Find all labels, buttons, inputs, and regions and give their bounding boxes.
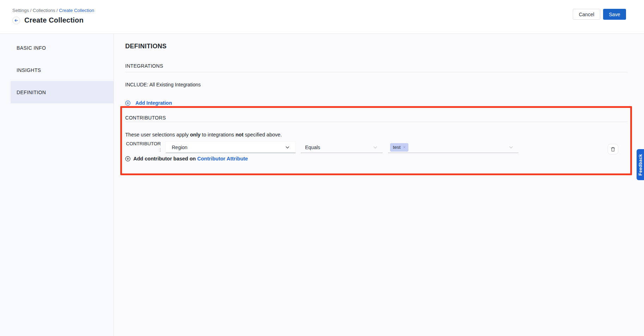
breadcrumb-separator: / (29, 8, 33, 13)
chevron-down-icon (509, 145, 514, 150)
breadcrumb-collections[interactable]: Collections (33, 8, 55, 13)
chevron-down-icon (285, 145, 290, 150)
cancel-button[interactable]: Cancel (573, 9, 600, 20)
breadcrumb-settings[interactable]: Settings (12, 8, 29, 13)
contributor-label-text: CONTRIBUTOR (125, 141, 161, 147)
contributor-rule-row: CONTRIBUTOR : Region Equals test × (125, 141, 628, 153)
chevron-down-icon (373, 145, 378, 150)
feedback-tab-label: Feedback (638, 154, 643, 176)
integrations-section-title: INTEGRATIONS (125, 63, 628, 72)
include-integrations-text: INCLUDE: All Existing Integrations (125, 82, 628, 87)
operator-select[interactable]: Equals (301, 142, 383, 153)
values-select[interactable]: test × (388, 142, 518, 153)
trash-icon (610, 147, 615, 152)
settings-sidebar: BASIC INFO INSIGHTS DEFINITION (0, 34, 114, 336)
add-contributor-row: Add contributor based on Contributor Att… (125, 156, 628, 161)
note-bold-not: not (236, 132, 244, 138)
page-header: Settings / Collections / Create Collecti… (0, 0, 644, 34)
note-text: These user selections apply (125, 132, 190, 138)
contributors-section-title: CONTRIBUTORS (125, 115, 628, 122)
add-contributor-text: Add contributor based on (133, 156, 197, 161)
note-text: specified above. (243, 132, 282, 138)
breadcrumb: Settings / Collections / Create Collecti… (12, 8, 626, 13)
definitions-heading: DEFINITIONS (125, 43, 628, 50)
contributor-label: CONTRIBUTOR : (125, 141, 162, 153)
arrow-left-icon (14, 18, 18, 23)
delete-rule-button[interactable] (608, 144, 618, 154)
sidebar-item-definition[interactable]: DEFINITION (11, 81, 114, 103)
breadcrumb-separator: / (55, 8, 59, 13)
sidebar-item-insights[interactable]: INSIGHTS (11, 59, 114, 81)
plus-circle-icon (125, 156, 130, 161)
attribute-select[interactable]: Region (166, 142, 296, 153)
contributor-attribute-link[interactable]: Contributor Attribute (197, 156, 248, 161)
remove-tag-icon[interactable]: × (403, 145, 406, 150)
value-tag: test × (390, 143, 408, 152)
sidebar-item-basic-info[interactable]: BASIC INFO (11, 37, 114, 59)
save-button[interactable]: Save (603, 9, 626, 20)
back-button[interactable] (12, 17, 20, 24)
note-text: to integrations (201, 132, 236, 138)
plus-circle-icon (125, 100, 130, 106)
contributor-label-colon: : (125, 147, 161, 153)
page-title: Create Collection (24, 16, 84, 24)
attribute-select-value: Region (172, 145, 187, 150)
value-tag-text: test (393, 145, 401, 150)
feedback-tab[interactable]: Feedback (637, 149, 644, 180)
add-integration-link[interactable]: Add Integration (135, 100, 172, 106)
contributors-note: These user selections apply only to inte… (125, 132, 628, 138)
note-bold-only: only (190, 132, 201, 138)
operator-select-value: Equals (305, 145, 320, 150)
breadcrumb-current[interactable]: Create Collection (59, 8, 94, 13)
definition-panel: DEFINITIONS INTEGRATIONS INCLUDE: All Ex… (114, 34, 644, 336)
